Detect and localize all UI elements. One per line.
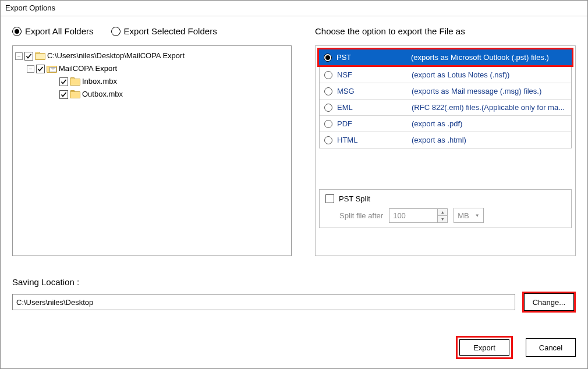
right-column: Choose the option to export the File as … xyxy=(315,26,576,256)
radio-label: Export All Folders xyxy=(25,26,94,36)
format-options-panel: PST (exports as Microsoft Outlook (.pst)… xyxy=(315,45,576,256)
radio-icon xyxy=(324,71,332,79)
format-name: HTML xyxy=(337,136,407,144)
format-desc: (exports as Mail message (.msg) files.) xyxy=(412,87,566,95)
saving-location-label: Saving Location : xyxy=(12,277,576,287)
mailcopa-folder-icon xyxy=(47,65,57,73)
radio-icon xyxy=(324,54,332,62)
radio-icon xyxy=(324,120,332,128)
format-option-html[interactable]: HTML (export as .html) xyxy=(320,132,571,148)
top-row: Export All Folders Export Selected Folde… xyxy=(12,26,576,256)
radio-icon xyxy=(324,104,332,112)
format-name: EML xyxy=(337,103,407,112)
tree-item-outbox[interactable]: Outbox.mbx xyxy=(82,88,123,101)
left-column: Export All Folders Export Selected Folde… xyxy=(12,26,292,256)
folder-icon xyxy=(70,90,80,98)
export-mode-row: Export All Folders Export Selected Folde… xyxy=(12,26,292,36)
window-content: Export All Folders Export Selected Folde… xyxy=(1,16,587,368)
split-unit-select[interactable]: MB ▼ xyxy=(454,208,483,223)
radio-icon xyxy=(324,87,332,95)
folder-icon xyxy=(35,52,45,60)
radio-icon xyxy=(324,136,332,144)
highlight-box: PST (exports as Microsoft Outlook (.pst)… xyxy=(317,48,573,67)
format-name: PDF xyxy=(337,119,407,128)
format-heading: Choose the option to export the File as xyxy=(315,26,576,36)
format-option-pdf[interactable]: PDF (export as .pdf) xyxy=(320,116,571,132)
format-option-nsf[interactable]: NSF (export as Lotus Notes (.nsf)) xyxy=(320,67,571,83)
format-option-pst[interactable]: PST (exports as Microsoft Outlook (.pst)… xyxy=(319,49,572,65)
export-button[interactable]: Export xyxy=(459,339,509,356)
radio-icon xyxy=(111,27,121,36)
dialog-button-row: Export Cancel xyxy=(456,336,576,359)
spinner-down[interactable]: ▼ xyxy=(438,216,447,222)
highlight-box: Change... xyxy=(522,292,576,313)
pst-split-panel: PST Split Split file after ▲ ▼ xyxy=(319,189,572,228)
export-all-folders-radio[interactable]: Export All Folders xyxy=(12,26,94,36)
export-options-window: Export Options Export All Folders Export… xyxy=(0,0,588,369)
pst-split-label: PST Split xyxy=(339,194,370,203)
checkbox[interactable] xyxy=(59,77,68,86)
tree-item-inbox[interactable]: Inbox.mbx xyxy=(82,75,117,88)
checkbox[interactable] xyxy=(24,52,33,61)
pst-split-checkbox[interactable] xyxy=(325,194,334,203)
checkbox[interactable] xyxy=(59,90,68,99)
collapse-toggle[interactable]: – xyxy=(27,65,34,73)
format-name: NSF xyxy=(337,70,407,79)
spacer xyxy=(50,91,58,98)
split-unit-value: MB xyxy=(458,211,469,220)
format-option-list-top: PST (exports as Microsoft Outlook (.pst)… xyxy=(319,49,572,65)
format-option-msg[interactable]: MSG (exports as Mail message (.msg) file… xyxy=(320,83,571,100)
window-title: Export Options xyxy=(1,1,587,16)
cancel-button[interactable]: Cancel xyxy=(526,338,576,357)
spinner-up[interactable]: ▲ xyxy=(438,209,447,216)
tree-item-root[interactable]: C:\Users\niles\Desktop\MailCOPA Export xyxy=(47,49,185,62)
chevron-down-icon: ▼ xyxy=(475,213,480,218)
format-name: PST xyxy=(336,53,406,62)
format-desc: (export as .pdf) xyxy=(412,119,566,128)
split-after-label: Split file after xyxy=(339,211,383,220)
format-name: MSG xyxy=(337,87,407,95)
split-size-input[interactable] xyxy=(389,209,437,222)
change-button[interactable]: Change... xyxy=(524,293,574,311)
saving-location-input[interactable] xyxy=(12,294,515,310)
export-selected-folders-radio[interactable]: Export Selected Folders xyxy=(111,26,217,36)
format-option-list: NSF (export as Lotus Notes (.nsf)) MSG (… xyxy=(319,67,572,148)
split-size-input-wrap: ▲ ▼ xyxy=(389,208,448,223)
format-desc: (exports as Microsoft Outlook (.pst) fil… xyxy=(411,53,567,62)
format-desc: (RFC 822(.eml) files.(Applicable only fo… xyxy=(412,103,566,112)
format-option-eml[interactable]: EML (RFC 822(.eml) files.(Applicable onl… xyxy=(320,100,571,116)
highlight-box: Export xyxy=(456,336,513,359)
folder-icon xyxy=(70,77,80,86)
folder-tree[interactable]: – C:\Users\niles\Desktop\MailCOPA Export xyxy=(12,45,292,256)
checkbox[interactable] xyxy=(36,65,45,73)
tree-item-mailcopa[interactable]: MailCOPA Export xyxy=(59,62,117,75)
spacer xyxy=(50,79,58,85)
radio-icon xyxy=(12,27,22,36)
format-desc: (export as .html) xyxy=(412,136,566,144)
collapse-toggle[interactable]: – xyxy=(15,52,23,60)
format-desc: (export as Lotus Notes (.nsf)) xyxy=(412,70,566,79)
saving-location-row: Saving Location : Change... xyxy=(12,277,576,313)
radio-label: Export Selected Folders xyxy=(124,26,217,36)
